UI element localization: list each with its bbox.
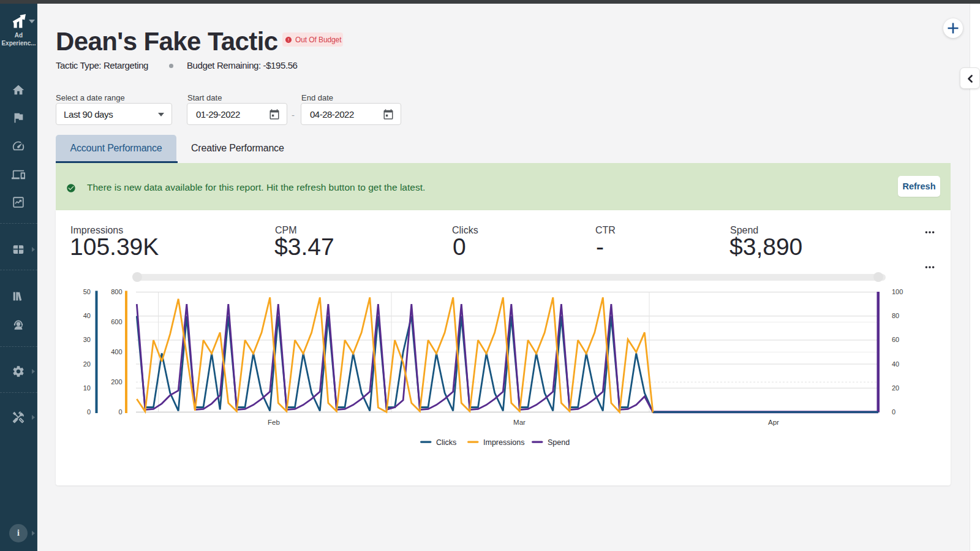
svg-text:0: 0 <box>892 408 895 416</box>
svg-text:Impressions: Impressions <box>483 438 524 447</box>
svg-text:80: 80 <box>892 312 899 319</box>
svg-text:Spend: Spend <box>548 438 570 447</box>
svg-text:0: 0 <box>87 408 91 416</box>
svg-text:800: 800 <box>111 288 122 295</box>
svg-text:10: 10 <box>83 384 91 392</box>
svg-text:Mar: Mar <box>513 419 526 426</box>
svg-text:40: 40 <box>892 360 899 368</box>
svg-text:20: 20 <box>83 360 91 368</box>
svg-text:0: 0 <box>118 408 122 416</box>
svg-text:100: 100 <box>892 288 903 295</box>
svg-text:50: 50 <box>83 288 91 295</box>
svg-text:Clicks: Clicks <box>436 438 456 447</box>
svg-text:20: 20 <box>892 384 899 392</box>
svg-text:Apr: Apr <box>768 419 779 426</box>
svg-text:400: 400 <box>111 348 122 355</box>
svg-text:60: 60 <box>892 336 899 343</box>
svg-text:30: 30 <box>83 336 91 343</box>
svg-text:40: 40 <box>83 312 91 319</box>
svg-text:600: 600 <box>111 318 122 325</box>
svg-text:200: 200 <box>111 378 122 386</box>
svg-text:Feb: Feb <box>268 419 280 426</box>
